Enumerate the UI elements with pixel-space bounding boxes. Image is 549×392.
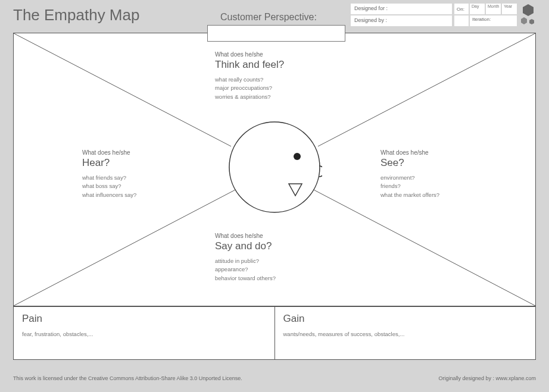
gain-title: Gain <box>283 313 528 325</box>
svg-line-6 <box>310 188 535 306</box>
say-lead: What does he/she <box>215 233 334 239</box>
quadrant-think-feel: What does he/she Think and feel? what re… <box>215 51 334 101</box>
svg-line-5 <box>14 188 239 306</box>
think-p2: major preoccupations? <box>215 84 334 92</box>
iteration-field[interactable]: Iteration: <box>470 15 517 26</box>
month-field[interactable]: Month <box>486 4 501 14</box>
meta-block: Designed for : Designed by : On: Day Mon… <box>351 4 536 27</box>
perspective-input[interactable] <box>207 25 345 42</box>
think-p3: worries & aspirations? <box>215 93 334 101</box>
empathy-canvas: What does he/she Think and feel? what re… <box>13 33 536 306</box>
see-head: See? <box>380 157 488 169</box>
page-title: The Empathy Map <box>13 6 139 24</box>
face-icon <box>227 120 322 215</box>
quadrant-hear: What does he/she Hear? what friends say?… <box>82 149 189 199</box>
think-head: Think and feel? <box>215 59 334 71</box>
gain-text: wants/needs, measures of success, obstac… <box>283 331 528 337</box>
day-field[interactable]: Day <box>470 4 485 14</box>
say-p1: attitude in public? <box>215 257 334 265</box>
svg-marker-2 <box>529 19 534 24</box>
designed-for-field[interactable]: Designed for : <box>351 4 452 14</box>
say-p3: behavior toward others? <box>215 274 334 283</box>
on-label: On: <box>454 4 469 14</box>
hear-p1: what friends say? <box>82 174 189 182</box>
see-p2: friends? <box>380 182 488 190</box>
hear-lead: What does he/she <box>82 149 189 156</box>
pain-text: fear, frustration, obstacles,... <box>22 331 266 337</box>
svg-point-7 <box>229 122 320 212</box>
designed-by-field[interactable]: Designed by : <box>351 15 452 26</box>
pain-box: Pain fear, frustration, obstacles,... <box>13 306 275 360</box>
see-lead: What does he/she <box>380 149 488 156</box>
see-p3: what the market offers? <box>380 191 488 199</box>
svg-marker-0 <box>523 4 534 16</box>
pain-title: Pain <box>22 313 266 325</box>
quadrant-say-do: What does he/she Say and do? attitude in… <box>215 233 334 283</box>
svg-marker-1 <box>521 17 527 24</box>
hear-head: Hear? <box>82 157 189 169</box>
footer-license: This work is licensed under the Creative… <box>13 375 242 381</box>
say-head: Say and do? <box>215 240 334 252</box>
svg-line-4 <box>318 33 535 146</box>
see-p1: environment? <box>380 174 488 182</box>
think-lead: What does he/she <box>215 51 334 58</box>
pain-gain-row: Pain fear, frustration, obstacles,... Ga… <box>13 306 536 360</box>
hear-p2: what boss say? <box>82 182 189 190</box>
year-field[interactable]: Year <box>502 4 517 14</box>
think-p1: what really counts? <box>215 76 334 84</box>
svg-point-8 <box>294 153 301 160</box>
quadrant-see: What does he/she See? environment? frien… <box>380 149 488 199</box>
footer-credit: Originally designed by : www.xplane.com <box>438 375 536 381</box>
say-p2: appearance? <box>215 265 334 274</box>
gain-box: Gain wants/needs, measures of success, o… <box>275 306 536 360</box>
perspective-label: Customer Perspective: <box>220 12 317 23</box>
hear-p3: what influencers say? <box>82 191 189 199</box>
logo-hexes <box>520 4 536 27</box>
svg-line-3 <box>14 33 231 146</box>
